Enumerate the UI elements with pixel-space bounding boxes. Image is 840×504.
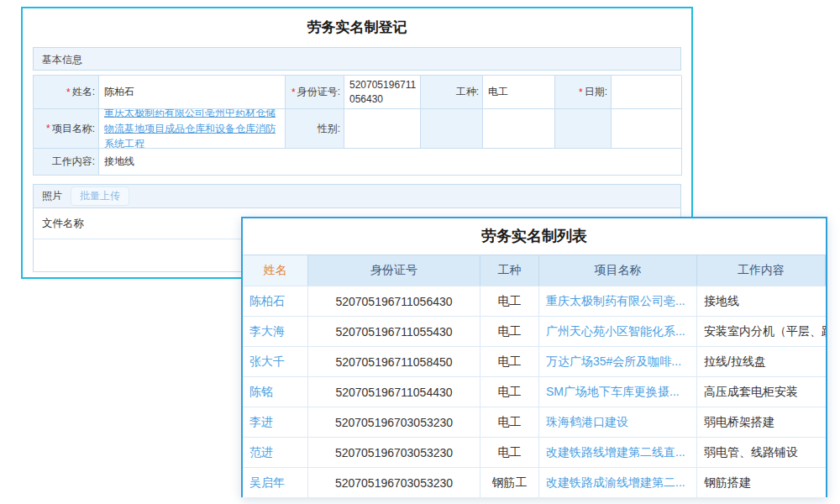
list-panel: 劳务实名制列表 姓名 身份证号 工种 项目名称 工作内容 陈柏石 5207051… — [241, 217, 827, 497]
table-cell-job: 钢筋工 — [480, 467, 539, 497]
basic-info-section-header: 基本信息 — [33, 47, 681, 71]
table-cell-name-link[interactable]: 吴启年 — [243, 467, 308, 497]
date-field[interactable] — [612, 76, 682, 109]
table-cell-work: 安装室内分机（平层、跃... — [697, 316, 826, 346]
table-cell-work: 钢筋搭建 — [697, 467, 826, 497]
table-cell-project-link[interactable]: 万达广场35#会所及咖啡... — [539, 346, 697, 376]
empty-value-cell — [483, 109, 555, 149]
registration-title: 劳务实名制登记 — [33, 8, 681, 47]
table-cell-job: 电工 — [480, 376, 539, 407]
table-cell-name-link[interactable]: 陈铭 — [243, 376, 308, 407]
table-cell-name-link[interactable]: 陈柏石 — [243, 286, 308, 316]
required-marker: * — [579, 87, 583, 98]
table-cell-work: 弱电桥架搭建 — [697, 407, 826, 437]
table-cell-work: 接地线 — [697, 286, 826, 316]
table-cell-work: 高压成套电柜安装 — [697, 376, 826, 407]
project-name-link[interactable]: 重庆太极制药有限公司亳州中药材仓储物流基地项目成品仓库和设备仓库消防系统工程 — [104, 109, 281, 149]
required-marker: * — [291, 87, 296, 98]
work-content-field[interactable]: 接地线 — [99, 149, 682, 176]
id-number-field[interactable]: 520705196711056430 — [344, 76, 421, 109]
project-name-field[interactable]: 重庆太极制药有限公司亳州中药材仓储物流基地项目成品仓库和设备仓库消防系统工程 — [99, 109, 286, 149]
table-cell-job: 电工 — [480, 346, 539, 376]
table-cell-project-link[interactable]: 改建铁路成渝线增建第二... — [539, 467, 697, 497]
column-header-job[interactable]: 工种 — [480, 255, 539, 286]
table-cell-id: 520705196703053230 — [308, 467, 480, 497]
table-cell-job: 电工 — [480, 286, 539, 316]
required-marker: * — [46, 123, 50, 134]
table-cell-id: 520705196711056430 — [308, 286, 480, 316]
gender-label: 性别: — [286, 109, 344, 149]
table-cell-job: 电工 — [480, 437, 539, 467]
column-header-name[interactable]: 姓名 — [243, 255, 308, 286]
empty-label-cell — [555, 109, 612, 149]
job-type-label: 工种: — [421, 76, 483, 109]
table-cell-id: 520705196711058450 — [308, 346, 480, 376]
photo-section-header: 照片 批量上传 — [34, 185, 680, 208]
table-cell-project-link[interactable]: 改建铁路线增建第二线直... — [539, 437, 697, 467]
table-cell-name-link[interactable]: 李进 — [243, 407, 308, 437]
table-cell-id: 520705196711055430 — [308, 316, 480, 346]
table-cell-name-link[interactable]: 范进 — [243, 437, 308, 467]
basic-info-label: 基本信息 — [42, 54, 82, 66]
column-header-id[interactable]: 身份证号 — [308, 255, 480, 286]
column-header-work[interactable]: 工作内容 — [697, 255, 826, 286]
column-header-project[interactable]: 项目名称 — [539, 255, 697, 286]
table-cell-id: 520705196703053230 — [308, 407, 480, 437]
table-cell-project-link[interactable]: SM广场地下车库更换摄... — [539, 376, 697, 407]
empty-label-cell — [421, 109, 483, 149]
labor-table: 姓名 身份证号 工种 项目名称 工作内容 陈柏石 520705196711056… — [243, 255, 826, 497]
table-cell-job: 电工 — [480, 316, 539, 346]
table-cell-project-link[interactable]: 重庆太极制药有限公司亳... — [539, 286, 697, 316]
empty-value-cell — [612, 109, 682, 149]
table-cell-work: 拉线/拉线盘 — [697, 346, 826, 376]
batch-upload-button[interactable]: 批量上传 — [71, 186, 129, 206]
registration-form: * 姓名: 陈柏石 * 身份证号: 520705196711056430 工种:… — [33, 75, 681, 176]
project-name-label: * 项目名称: — [34, 109, 99, 149]
job-type-field[interactable]: 电工 — [483, 76, 555, 109]
photo-label: 照片 — [42, 189, 62, 203]
date-label: * 日期: — [555, 76, 612, 109]
table-cell-project-link[interactable]: 珠海鹤港口建设 — [539, 407, 697, 437]
table-cell-id: 520705196703053230 — [308, 437, 480, 467]
table-cell-project-link[interactable]: 广州天心苑小区智能化系... — [539, 316, 697, 346]
gender-field[interactable] — [344, 109, 421, 149]
table-cell-name-link[interactable]: 张大千 — [243, 346, 308, 376]
name-label: * 姓名: — [34, 76, 99, 109]
work-content-label: 工作内容: — [34, 149, 99, 176]
table-cell-id: 520705196711054430 — [308, 376, 480, 407]
table-cell-name-link[interactable]: 李大海 — [243, 316, 308, 346]
table-cell-job: 电工 — [480, 407, 539, 437]
id-number-label: * 身份证号: — [286, 76, 344, 109]
required-marker: * — [66, 87, 71, 98]
list-title: 劳务实名制列表 — [243, 218, 826, 255]
name-field[interactable]: 陈柏石 — [99, 76, 286, 109]
table-cell-work: 弱电管、线路铺设 — [697, 437, 826, 467]
